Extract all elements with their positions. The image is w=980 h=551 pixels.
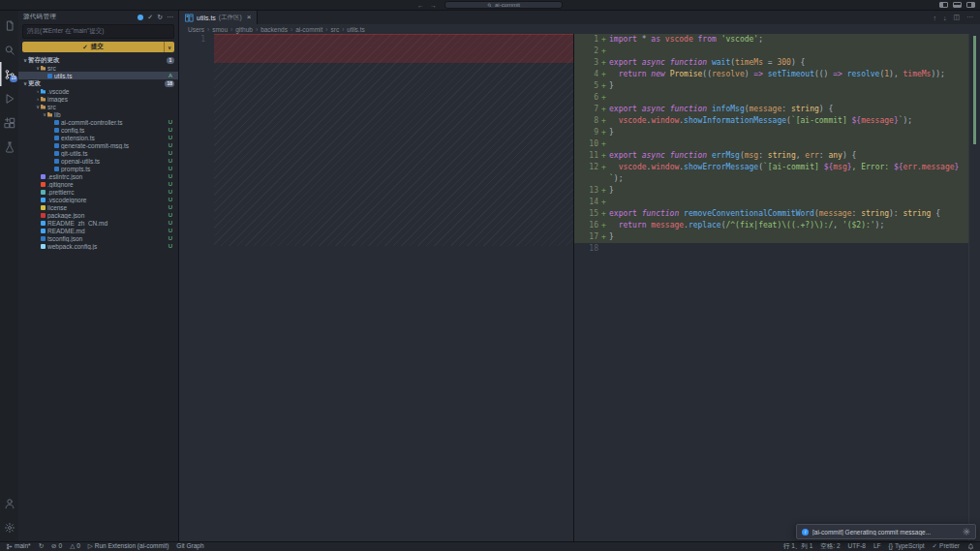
tree-item[interactable]: ∨src — [18, 103, 178, 110]
code-line[interactable]: 10+ — [574, 138, 968, 150]
diff-modified-pane[interactable]: 1+import * as vscode from 'vscode';2+3+e… — [574, 34, 980, 541]
tree-item[interactable]: README.mdU — [18, 227, 178, 234]
tree-item[interactable]: .vscodeignoreU — [18, 196, 178, 203]
status-item[interactable]: main* — [6, 543, 31, 550]
split-editor-icon[interactable]: ◫ — [953, 14, 960, 21]
breadcrumb-item[interactable]: github — [235, 26, 253, 33]
status-item[interactable]: Git Graph — [176, 543, 203, 550]
breadcrumb-item[interactable]: Users — [188, 26, 204, 33]
tree-item[interactable]: generate-commit-msg.tsU — [18, 141, 178, 149]
code-line[interactable]: 7+export async function infoMsg(message:… — [574, 104, 968, 115]
refresh-icon[interactable]: ↻ — [157, 14, 163, 20]
tree-item[interactable]: ∨lib — [18, 110, 178, 118]
tree-item[interactable]: utils.tsA — [18, 72, 178, 79]
status-item[interactable] — [967, 543, 974, 550]
commit-dropdown-button[interactable]: ∨ — [164, 42, 174, 52]
next-change-icon[interactable]: ↓ — [943, 15, 947, 21]
search-icon[interactable] — [0, 38, 18, 62]
code-line[interactable]: 5+} — [574, 80, 968, 92]
account-icon[interactable] — [0, 491, 18, 515]
code-line[interactable]: 15+export function removeConventionalCom… — [574, 208, 968, 220]
code-line[interactable]: 4+ return new Promise((resolve) => setTi… — [574, 69, 968, 80]
scm-section-header[interactable]: ∨暂存的更改1 — [18, 56, 178, 64]
code-line[interactable]: 16+ return message.replace(/^(fix|feat)\… — [574, 220, 968, 231]
commit-button[interactable]: ✓ 提交 — [22, 42, 164, 52]
explorer-icon[interactable] — [0, 14, 18, 38]
close-icon[interactable]: × — [247, 14, 252, 21]
tree-item[interactable]: prompts.tsU — [18, 165, 178, 172]
breadcrumb-item[interactable]: ai-commit — [295, 26, 322, 33]
more-icon[interactable]: ⋯ — [167, 14, 173, 20]
status-item[interactable]: △0 — [70, 543, 80, 550]
code-line[interactable]: 9+} — [574, 127, 968, 138]
tree-item[interactable]: webpack.config.jsU — [18, 242, 178, 250]
run-debug-icon[interactable] — [0, 86, 18, 110]
breadcrumb-item[interactable]: src — [330, 26, 339, 33]
code-line[interactable]: 1+import * as vscode from 'vscode'; — [574, 34, 968, 46]
toggle-secondary-sidebar-icon[interactable] — [966, 2, 975, 8]
gear-icon[interactable] — [963, 528, 970, 536]
toggle-sidebar-icon[interactable] — [939, 2, 948, 8]
tree-item[interactable]: .gitignoreU — [18, 180, 178, 188]
tree-item[interactable]: ∨src — [18, 64, 178, 72]
chevron-right-icon[interactable]: › — [35, 97, 41, 102]
code-line[interactable]: 17+} — [574, 231, 968, 243]
tree-item[interactable]: .prettierrcU — [18, 188, 178, 196]
source-control-icon[interactable]: 19 — [0, 62, 18, 86]
chevron-down-icon[interactable]: ∨ — [42, 112, 47, 117]
commit-message-input[interactable]: 消息(⌘Enter 在"main"提交) — [22, 24, 174, 39]
tree-item[interactable]: licenseU — [18, 203, 178, 211]
diff-original-pane[interactable]: 1 — [179, 34, 574, 541]
status-item[interactable]: 行 1、列 1 — [783, 543, 812, 550]
check-icon[interactable]: ✓ — [147, 14, 153, 20]
overview-ruler[interactable] — [968, 34, 980, 541]
tree-item[interactable]: extension.tsU — [18, 134, 178, 141]
breadcrumb-item[interactable]: backends — [260, 26, 288, 33]
code-line[interactable]: 12+ vscode.window.showErrorMessage(`[ai-… — [574, 162, 968, 173]
tree-item[interactable]: README_zh_CN.mdU — [18, 219, 178, 227]
tree-item[interactable]: ›images — [18, 95, 178, 103]
tree-item[interactable]: openai-utils.tsU — [18, 157, 178, 165]
nav-back-icon[interactable]: ← — [417, 2, 424, 9]
code-line[interactable]: 3+export async function wait(timeMs = 30… — [574, 57, 968, 69]
code-line[interactable]: 8+ vscode.window.showInformationMessage(… — [574, 115, 968, 127]
code-line[interactable]: 2+ — [574, 46, 968, 57]
code-line[interactable]: 14+ — [574, 197, 968, 208]
breadcrumb-item[interactable]: utils.ts — [347, 26, 364, 33]
status-item[interactable]: {}TypeScript — [889, 543, 925, 550]
status-item[interactable]: ✓Prettier — [933, 543, 960, 550]
prev-change-icon[interactable]: ↑ — [933, 15, 936, 21]
status-item[interactable]: 空格: 2 — [820, 543, 840, 550]
nav-forward-icon[interactable]: → — [430, 2, 437, 9]
chevron-right-icon[interactable]: › — [35, 89, 41, 94]
tree-item[interactable]: tsconfig.jsonU — [18, 234, 178, 242]
status-item[interactable]: ⊘0 — [51, 543, 62, 550]
breadcrumb-item[interactable]: smou — [212, 26, 228, 33]
scm-section-header[interactable]: ∨更改18 — [18, 79, 178, 87]
extensions-icon[interactable] — [0, 110, 18, 135]
tree-item[interactable]: config.tsU — [18, 126, 178, 134]
toggle-panel-icon[interactable] — [953, 2, 962, 8]
code-line[interactable]: 11+export async function errMsg(msg: str… — [574, 150, 968, 162]
tab-utils-ts[interactable]: utils.ts (工作区) × — [179, 11, 258, 24]
tree-item[interactable]: ›.vscode — [18, 87, 178, 95]
code-line[interactable]: 13+} — [574, 185, 968, 197]
notification-toast[interactable]: [ai-commit] Generating commit message... — [796, 524, 976, 539]
tree-item[interactable]: package.jsonU — [18, 211, 178, 219]
tree-item[interactable]: ai-commit-controller.tsU — [18, 118, 178, 126]
status-item[interactable]: ▷Run Extension (ai-commit) — [88, 543, 169, 550]
status-item[interactable]: ↻ — [39, 543, 44, 550]
ai-generate-icon[interactable] — [138, 15, 143, 20]
code-line[interactable]: 18 — [574, 243, 968, 255]
chevron-down-icon[interactable]: ∨ — [35, 105, 41, 109]
settings-icon[interactable] — [0, 515, 18, 539]
chevron-down-icon[interactable]: ∨ — [35, 66, 41, 71]
code-line[interactable]: 6+ — [574, 92, 968, 104]
tree-item[interactable]: git-utils.tsU — [18, 149, 178, 157]
code-line[interactable]: `); — [574, 173, 968, 185]
status-item[interactable]: UTF-8 — [848, 543, 866, 550]
more-actions-icon[interactable]: ⋯ — [966, 14, 973, 21]
testing-icon[interactable] — [0, 135, 18, 159]
command-center-search[interactable]: ai-commit — [444, 1, 563, 9]
tree-item[interactable]: .eslintrc.jsonU — [18, 172, 178, 180]
